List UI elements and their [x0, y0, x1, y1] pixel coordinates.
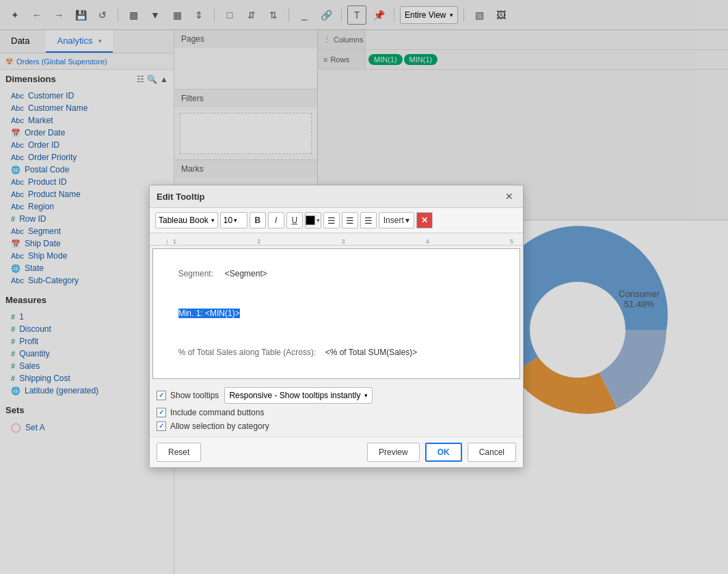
editor-line-1: Segment: <Segment> [160, 255, 513, 294]
editor-area[interactable]: Segment: <Segment> Min. 1: <MIN(1)> % of… [153, 249, 520, 378]
allow-selection-checkbox[interactable] [157, 421, 166, 431]
ok-btn[interactable]: OK [425, 443, 462, 462]
tooltip-type-arrow: ▾ [364, 392, 368, 399]
tooltip-type-dropdown[interactable]: Responsive - Show tooltips instantly ▾ [224, 387, 373, 404]
allow-selection-wrapper[interactable]: Allow selection by category [157, 421, 269, 431]
editor-line-3: % of Total Sales along Table (Across): <… [160, 333, 513, 373]
include-cmd-checkbox[interactable] [157, 408, 166, 417]
preview-btn[interactable]: Preview [367, 443, 420, 462]
clear-btn[interactable]: ✕ [416, 212, 433, 229]
seg-value: <Segment> [225, 269, 267, 278]
align-center-btn[interactable]: ☰ [342, 212, 358, 229]
tooltip-type-label: Responsive - Show tooltips instantly [229, 391, 360, 400]
cancel-btn[interactable]: Cancel [468, 443, 516, 462]
insert-arrow: ▾ [405, 216, 409, 225]
insert-btn[interactable]: Insert ▾ [379, 212, 414, 229]
bold-btn[interactable]: B [250, 212, 266, 229]
dialog-titlebar: Edit Tooltip ✕ [150, 185, 523, 208]
show-tooltips-label: Show tooltips [170, 391, 219, 400]
font-family-label: Tableau Book [159, 216, 208, 225]
allow-selection-row: Allow selection by category [157, 421, 516, 431]
font-family-arrow: ▾ [211, 217, 215, 224]
font-size-dropdown[interactable]: 10 ▾ [220, 212, 247, 229]
dialog-title: Edit Tooltip [157, 192, 205, 202]
pct-value: <% of Total SUM(Sales)> [325, 348, 418, 357]
clear-label: ✕ [421, 216, 428, 225]
seg-label: Segment: [178, 269, 225, 278]
show-tooltips-row: Show tooltips Responsive - Show tooltips… [157, 387, 516, 404]
edit-tooltip-dialog: Edit Tooltip ✕ Tableau Book ▾ 10 ▾ B I U… [149, 185, 524, 468]
include-cmd-row: Include command buttons [157, 408, 516, 417]
include-cmd-wrapper[interactable]: Include command buttons [157, 408, 264, 417]
italic-btn[interactable]: I [268, 212, 284, 229]
dialog-options: Show tooltips Responsive - Show tooltips… [150, 382, 523, 436]
color-arrow: ▾ [316, 217, 320, 224]
pct-label: % of Total Sales along Table (Across): [178, 348, 325, 357]
editor-line-2: Min. 1: <MIN(1)> [160, 294, 513, 334]
font-size-arrow: ▾ [234, 217, 237, 224]
color-box [306, 216, 315, 225]
reset-btn[interactable]: Reset [157, 443, 201, 462]
include-cmd-label: Include command buttons [170, 408, 264, 417]
underline-btn[interactable]: U [286, 212, 303, 229]
editor-border: Segment: <Segment> Min. 1: <MIN(1)> % of… [152, 248, 520, 379]
show-tooltips-checkbox[interactable] [157, 391, 166, 400]
font-size-label: 10 [224, 216, 232, 225]
dialog-footer: Reset Preview OK Cancel [150, 436, 523, 467]
dialog-toolbar: Tableau Book ▾ 10 ▾ B I U ▾ ☰ ☰ ☰ Insert… [150, 208, 523, 233]
color-picker[interactable]: ▾ [305, 212, 321, 229]
ruler: 12345 [150, 233, 523, 246]
min-selected: Min. 1: <MIN(1)> [178, 309, 240, 318]
allow-selection-label: Allow selection by category [170, 421, 269, 431]
font-family-dropdown[interactable]: Tableau Book ▾ [155, 212, 218, 229]
show-tooltips-checkbox-wrapper[interactable]: Show tooltips [157, 391, 219, 400]
align-left-btn[interactable]: ☰ [323, 212, 340, 229]
insert-label: Insert [383, 216, 404, 225]
align-right-btn[interactable]: ☰ [360, 212, 377, 229]
dialog-close-btn[interactable]: ✕ [502, 190, 516, 203]
